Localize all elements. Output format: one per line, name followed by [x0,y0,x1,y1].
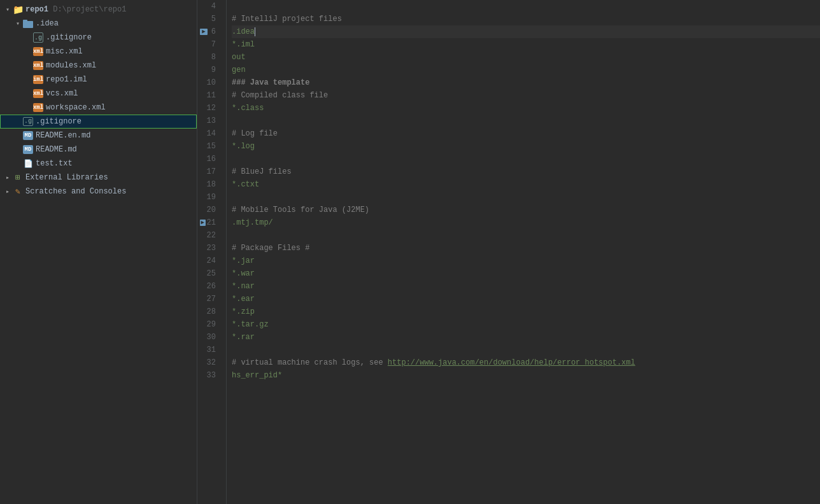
txt-icon: 📄 [23,158,33,169]
code-line-23: # Package Files # [232,242,820,255]
code-text: *.class [232,102,264,115]
tree-repo1-iml[interactable]: iml repo1.iml [0,73,197,87]
project-icon: 📁 [13,4,23,15]
code-line-19 [232,191,820,204]
tree-misc-xml[interactable]: xml misc.xml [0,45,197,59]
line-num-20: 20 [197,204,221,216]
line-num-7: 7 [197,38,221,51]
code-line-30: *.rar [232,331,820,344]
line-num-22: 22 [197,229,221,242]
code-text: # Compiled class file [232,89,328,102]
code-text: *.iml [232,38,255,51]
code-line-11: # Compiled class file [232,89,820,102]
line-numbers: 4 5 ▶ 6 7 8 9 10 11 12 13 14 15 16 17 18… [197,0,227,504]
code-text: ### Java template [232,76,309,89]
line-num-28: 28 [197,305,221,318]
line-num-12: 12 [197,102,221,115]
misc-xml-label: misc.xml [46,47,83,56]
fold-icon2: ▶ [200,220,206,226]
code-line-5: # IntelliJ project files [232,13,820,25]
tree-scratches[interactable]: ▸ ✎ Scratches and Consoles [0,185,197,199]
tree-idea-gitignore[interactable]: .g .gitignore [0,31,197,45]
line-num-16: 16 [197,153,221,165]
code-line-18: *.ctxt [232,178,820,191]
svg-rect-1 [23,20,27,22]
line-num-27: 27 [197,293,221,305]
tree-root[interactable]: ▾ 📁 repo1 D:\project\repo1 [0,3,197,17]
line-num-14: 14 [197,127,221,140]
code-line-16 [232,153,820,165]
vcs-xml-label: vcs.xml [46,89,78,98]
code-link[interactable]: http://www.java.com/en/download/help/err… [388,356,635,369]
line-num-10: 10 [197,76,221,89]
line-num-29: 29 [197,318,221,331]
code-line-13 [232,115,820,127]
idea-gitignore-label: .gitignore [46,33,92,42]
external-libraries-icon: ⊞ [13,172,23,183]
line-num-6: ▶ 6 [197,25,221,38]
tree-readme-en[interactable]: MD README.en.md [0,129,197,143]
line-num-9: 9 [197,64,221,76]
code-line-15: *.log [232,140,820,153]
folder-icon [23,18,33,29]
root-label: repo1 D:\project\repo1 [25,5,126,14]
external-libraries-label: External Libraries [25,173,108,182]
code-text: .mtj.tmp/ [232,216,273,229]
tree-readme[interactable]: MD README.md [0,143,197,157]
line-num-23: 23 [197,242,221,255]
code-text: hs_err_pid* [232,369,282,382]
xml-icon: xml [33,47,43,56]
modules-xml-label: modules.xml [46,61,96,70]
gitignore-icon: .g [33,32,43,43]
line-num-25: 25 [197,267,221,280]
code-text: # BlueJ files [232,165,292,178]
line-num-18: 18 [197,178,221,191]
file-tree: ▾ 📁 repo1 D:\project\repo1 ▾ .idea .g .g… [0,0,197,504]
line-num-11: 11 [197,89,221,102]
code-line-22 [232,229,820,242]
code-text: *.ear [232,293,255,305]
root-gitignore-label: .gitignore [36,117,81,126]
svg-rect-0 [23,21,33,28]
code-line-24: *.jar [232,255,820,267]
code-line-27: *.ear [232,293,820,305]
editor-area: 4 5 ▶ 6 7 8 9 10 11 12 13 14 15 16 17 18… [197,0,820,504]
repo1-iml-label: repo1.iml [46,75,87,84]
tree-test-txt[interactable]: 📄 test.txt [0,157,197,171]
code-line-12: *.class [232,102,820,115]
code-line-28: *.zip [232,305,820,318]
code-line-33: hs_err_pid* [232,369,820,382]
code-text: *.log [232,140,255,153]
code-text: # Package Files # [232,242,309,255]
scratches-icon: ✎ [13,186,23,197]
xml-icon3: xml [33,89,43,98]
idea-folder-label: .idea [36,19,59,28]
code-line-20: # Mobile Tools for Java (J2ME) [232,204,820,216]
code-text: *.zip [232,305,255,318]
tree-root-gitignore[interactable]: .g .gitignore [0,115,197,129]
md-icon: MD [23,131,33,140]
code-line-7: *.iml [232,38,820,51]
code-text: out [232,51,246,64]
xml-icon2: xml [33,61,43,70]
code-text: gen [232,64,246,76]
line-num-21: ▶ 21 [197,216,221,229]
code-text: .idea [232,25,255,38]
code-text: *.war [232,267,255,280]
code-text: *.ctxt [232,178,259,191]
tree-external-libraries[interactable]: ▸ ⊞ External Libraries [0,171,197,185]
gitignore-icon2: .g [23,117,33,126]
tree-modules-xml[interactable]: xml modules.xml [0,59,197,73]
code-text: # Mobile Tools for Java (J2ME) [232,204,369,216]
code-line-6: .idea [232,25,820,38]
code-editor[interactable]: # IntelliJ project files .idea *.iml out… [227,0,820,504]
code-line-32: # virtual machine crash logs, see http:/… [232,356,820,369]
tree-vcs-xml[interactable]: xml vcs.xml [0,87,197,101]
tree-workspace-xml[interactable]: xml workspace.xml [0,101,197,115]
line-num-24: 24 [197,255,221,267]
code-line-25: *.war [232,267,820,280]
code-line-14: # Log file [232,127,820,140]
line-num-26: 26 [197,280,221,293]
tree-idea-folder[interactable]: ▾ .idea [0,17,197,31]
line-num-5: 5 [197,13,221,25]
